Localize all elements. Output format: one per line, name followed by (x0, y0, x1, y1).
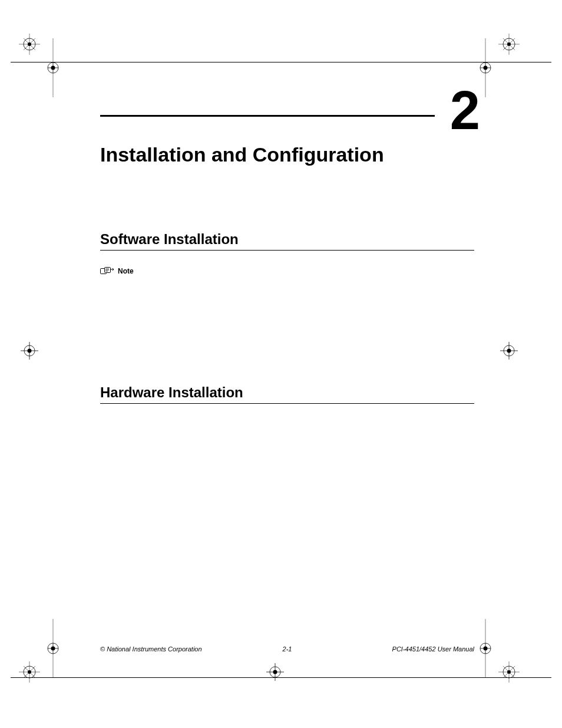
crop-mark-icon (263, 660, 310, 707)
note-icon (100, 267, 113, 275)
section-software-installation: Software Installation (100, 231, 474, 251)
footer-copyright: © National Instruments Corporation (100, 645, 202, 653)
crop-mark-icon (474, 56, 521, 103)
note-label: Note (118, 267, 134, 275)
section-hardware-installation: Hardware Installation (100, 384, 474, 404)
crop-mark-icon (41, 637, 88, 684)
crop-mark-icon (41, 56, 88, 103)
crop-line-top (11, 62, 551, 62)
footer-page-number: 2-1 (283, 645, 292, 653)
crop-mark-icon (497, 339, 544, 386)
crop-mark-icon (18, 339, 65, 386)
page-footer: © National Instruments Corporation 2-1 P… (100, 645, 474, 653)
chapter-title: Installation and Configuration (100, 143, 474, 166)
crop-mark-icon (474, 637, 521, 684)
chapter-rule (100, 115, 435, 117)
footer-manual-title: PCI-4451/4452 User Manual (392, 645, 474, 653)
chapter-number: 2 (450, 80, 479, 141)
note-row: Note (100, 267, 474, 275)
page: 2 Installation and Configuration Softwar… (0, 0, 562, 728)
content-area: 2 Installation and Configuration Softwar… (100, 115, 474, 404)
